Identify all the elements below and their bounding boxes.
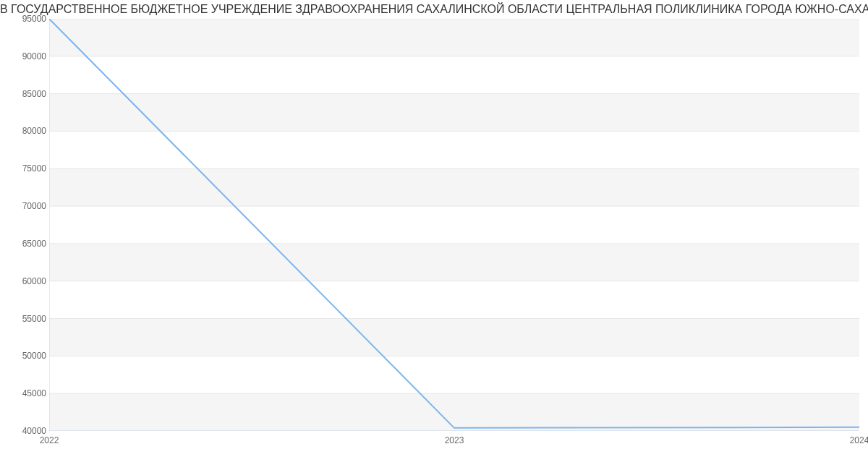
chart-plot-area xyxy=(49,19,859,431)
svg-rect-3 xyxy=(49,244,859,281)
svg-rect-6 xyxy=(49,19,859,56)
svg-rect-4 xyxy=(49,168,859,206)
svg-rect-0 xyxy=(49,19,859,431)
svg-rect-1 xyxy=(49,393,859,431)
y-axis-ticks: 40000 45000 50000 55000 60000 65000 7000… xyxy=(0,19,46,431)
svg-rect-5 xyxy=(49,94,859,132)
chart-title: В ГОСУДАРСТВЕННОЕ БЮДЖЕТНОЕ УЧРЕЖДЕНИЕ З… xyxy=(0,0,868,19)
x-axis-ticks: 2022 2023 2024 xyxy=(49,435,859,450)
svg-rect-2 xyxy=(49,319,859,356)
